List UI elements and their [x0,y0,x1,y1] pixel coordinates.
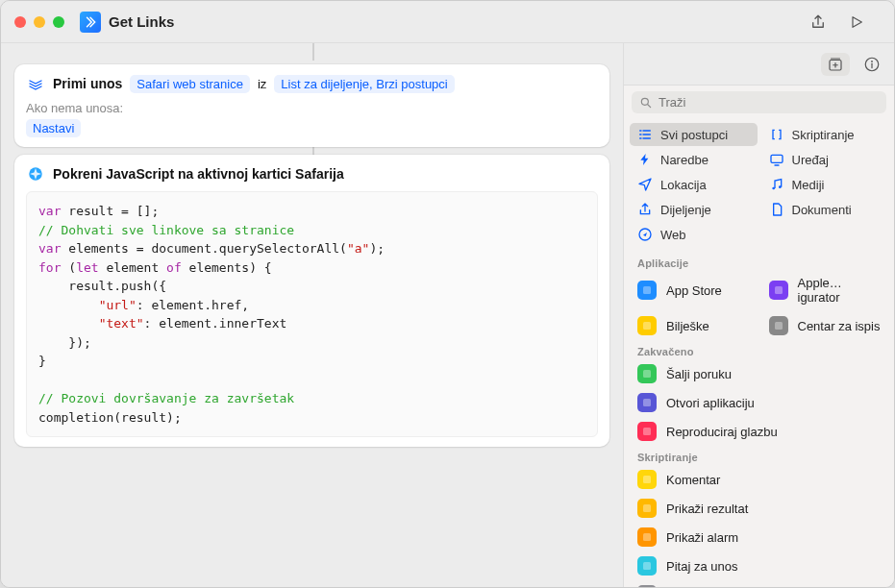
javascript-code-editor[interactable]: var result = []; // Dohvati sve linkove … [26,191,598,437]
category-dijeljenje[interactable]: Dijeljenje [630,198,758,221]
noinput-value-token[interactable]: Nastavi [26,119,81,137]
pinned-list: Šalji porukuOtvori aplikacijuReproducira… [624,359,894,446]
action-icon [637,470,657,489]
workflow-canvas[interactable]: Primi unos Safari web stranice iz List z… [1,43,623,587]
action-icon [637,316,657,335]
list-icon [637,127,653,142]
brackets-icon [769,127,784,142]
svg-rect-15 [643,428,651,435]
pinned-item[interactable]: Reproduciraj glazbu [630,417,888,446]
svg-rect-11 [643,322,651,330]
svg-rect-17 [643,504,651,512]
svg-rect-10 [775,286,783,294]
bolt-icon [637,152,653,167]
action-icon [637,393,657,412]
svg-point-4 [641,98,648,105]
svg-point-6 [772,187,775,190]
category-naredbe[interactable]: Naredbe [630,148,758,171]
search-icon [639,96,653,110]
titlebar: Get Links [1,1,894,43]
scripting-item[interactable]: Izbroji [630,580,888,587]
share-icon [637,202,653,217]
apps-section-title: Aplikacije [624,252,894,271]
category-lokacija[interactable]: Lokacija [630,173,758,196]
connector-line [312,43,314,61]
scripting-item[interactable]: Prikaži alarm [630,523,888,551]
category-uređaj[interactable]: Uređaj [761,148,889,171]
javascript-action-title: Pokreni JavaScript na aktivnoj kartici S… [53,166,344,182]
action-icon [637,281,657,300]
doc-icon [769,202,784,217]
library-sidebar: Svi postupciSkriptiranjeNaredbeUređajLok… [623,43,894,587]
svg-point-3 [871,61,873,62]
category-skriptiranje[interactable]: Skriptiranje [761,123,889,146]
scripting-item[interactable]: Prikaži rezultat [630,494,888,523]
category-dokumenti[interactable]: Dokumenti [761,198,889,221]
pinned-item[interactable]: Otvori aplikaciju [630,388,888,417]
apps-list: App StoreApple…iguratorBilješkeCentar za… [624,271,894,340]
library-toggle-button[interactable] [821,53,850,76]
input-source-token[interactable]: List za dijeljenje, Brzi postupci [274,75,454,93]
action-icon [637,527,657,547]
shortcuts-window: Get Links Primi unos Safari web stranice [0,0,895,588]
app-item[interactable]: Bilješke [630,311,758,340]
noinput-label: Ako nema unosa: [26,101,123,115]
svg-rect-16 [643,476,651,483]
share-button[interactable] [808,12,829,33]
input-type-token[interactable]: Safari web stranice [130,75,250,93]
run-button[interactable] [846,12,867,33]
category-svi-postupci[interactable]: Svi postupci [630,123,758,146]
category-web[interactable]: Web [630,223,758,246]
action-icon [769,281,788,300]
pinned-item[interactable]: Šalji poruku [630,359,888,388]
action-icon [637,556,657,576]
nav-icon [637,177,653,192]
svg-rect-12 [775,322,783,330]
input-from-label: iz [258,77,266,91]
svg-rect-9 [643,286,651,294]
input-action-icon [26,74,45,93]
shortcut-icon [80,12,101,33]
monitor-icon [769,152,784,167]
category-mediji[interactable]: Mediji [761,173,889,196]
app-item[interactable]: Apple…igurator [761,271,889,309]
compass-icon [637,227,653,242]
input-action-title: Primi unos [53,76,122,91]
app-item[interactable]: App Store [630,271,758,309]
scripting-list: KomentarPrikaži rezultatPrikaži alarmPit… [624,465,894,587]
music-icon [769,177,784,192]
close-window-button[interactable] [14,16,26,28]
search-field[interactable] [632,91,886,113]
app-item[interactable]: Centar za ispis [761,311,889,340]
svg-rect-14 [643,399,651,406]
pinned-section-title: Zakvačeno [624,340,894,359]
info-button[interactable] [861,54,883,75]
window-title: Get Links [109,13,174,30]
action-icon [769,316,788,335]
safari-icon [26,164,45,184]
scripting-item[interactable]: Komentar [630,465,888,494]
svg-rect-5 [771,155,783,162]
action-icon [637,499,657,518]
svg-rect-13 [643,370,651,378]
action-icon [637,585,657,587]
javascript-action-card[interactable]: Pokreni JavaScript na aktivnoj kartici S… [14,155,609,447]
svg-rect-18 [643,533,651,541]
window-controls [14,16,64,28]
scripting-section-title: Skriptiranje [624,446,894,465]
zoom-window-button[interactable] [53,16,64,28]
action-icon [637,422,657,441]
action-icon [637,364,657,383]
minimize-window-button[interactable] [34,16,45,28]
svg-rect-19 [643,562,651,570]
input-action-card[interactable]: Primi unos Safari web stranice iz List z… [14,64,609,147]
scripting-item[interactable]: Pitaj za unos [630,551,888,580]
category-grid: Svi postupciSkriptiranjeNaredbeUređajLok… [624,119,894,252]
svg-point-7 [779,185,782,188]
search-input[interactable] [659,95,879,110]
